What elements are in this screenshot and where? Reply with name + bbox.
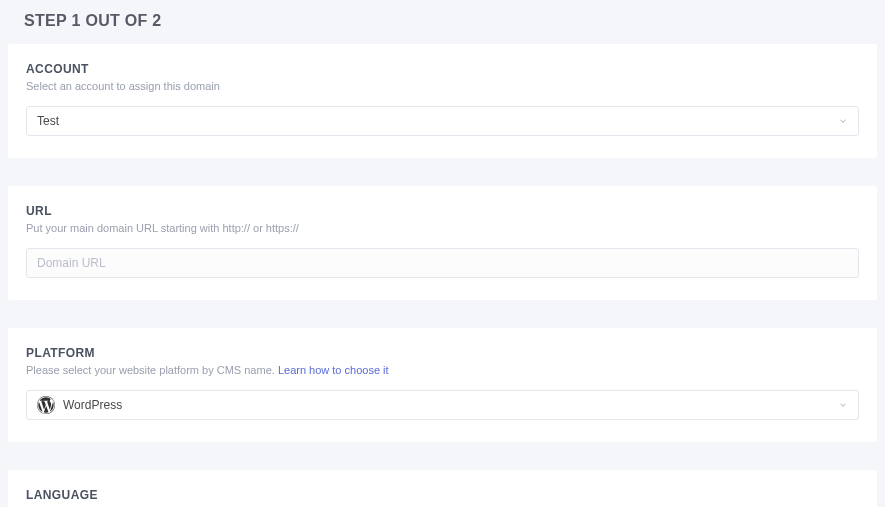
account-card: ACCOUNT Select an account to assign this… xyxy=(8,44,877,158)
url-label: URL xyxy=(26,204,859,218)
chevron-down-icon xyxy=(838,400,848,410)
url-input-wrapper xyxy=(26,248,859,278)
platform-hint: Please select your website platform by C… xyxy=(26,364,859,376)
platform-selected-value: WordPress xyxy=(63,398,122,412)
url-hint: Put your main domain URL starting with h… xyxy=(26,222,859,234)
platform-hint-link[interactable]: Learn how to choose it xyxy=(278,364,389,376)
language-card: LANGUAGE Select the base language of you… xyxy=(8,470,877,507)
wordpress-icon xyxy=(37,396,55,414)
url-input[interactable] xyxy=(37,256,848,270)
platform-label: PLATFORM xyxy=(26,346,859,360)
account-label: ACCOUNT xyxy=(26,62,859,76)
page-title: STEP 1 OUT OF 2 xyxy=(8,8,877,44)
platform-hint-text: Please select your website platform by C… xyxy=(26,364,278,376)
chevron-down-icon xyxy=(838,116,848,126)
account-hint: Select an account to assign this domain xyxy=(26,80,859,92)
platform-card: PLATFORM Please select your website plat… xyxy=(8,328,877,442)
language-label: LANGUAGE xyxy=(26,488,859,502)
url-card: URL Put your main domain URL starting wi… xyxy=(8,186,877,300)
platform-select[interactable]: WordPress xyxy=(26,390,859,420)
account-select[interactable]: Test xyxy=(26,106,859,136)
account-selected-value: Test xyxy=(37,114,59,128)
